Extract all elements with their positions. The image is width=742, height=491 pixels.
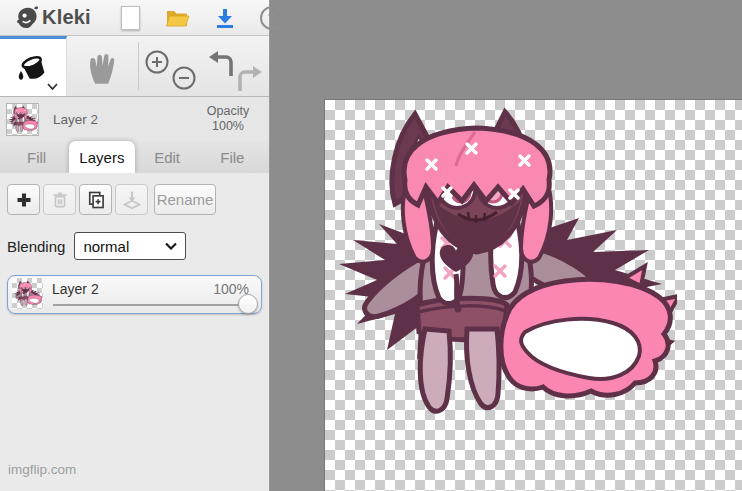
- blending-label: Blending: [7, 238, 65, 255]
- layers-panel: Rename Blending normal Layer 2: [0, 173, 269, 314]
- tab-layers[interactable]: Layers: [69, 141, 134, 173]
- tool-row: [0, 36, 269, 97]
- opacity-slider-thumb[interactable]: [238, 294, 258, 314]
- current-layer-preview[interactable]: Layer 2 Opacity 100%: [0, 97, 269, 141]
- tab-file[interactable]: File: [200, 141, 265, 173]
- character-artwork: [327, 102, 677, 422]
- redo-icon: [234, 64, 264, 94]
- top-toolbar: Kleki: [0, 0, 269, 36]
- plus-icon: [16, 192, 32, 208]
- undo-icon: [207, 49, 237, 79]
- merge-down-button[interactable]: [115, 184, 148, 215]
- zoom-out-icon: [171, 65, 197, 91]
- hand-icon: [84, 47, 120, 85]
- blending-select[interactable]: normal: [74, 232, 186, 260]
- layer-thumbnail: [6, 103, 39, 136]
- hand-tool-button[interactable]: [67, 36, 137, 96]
- layer-list-item[interactable]: Layer 2 100%: [7, 275, 262, 314]
- blending-row: Blending normal: [7, 232, 262, 260]
- panel-tabs: Fill Layers Edit File: [0, 141, 269, 173]
- select-chevron-icon: [165, 242, 177, 250]
- fill-tool-button[interactable]: [0, 36, 67, 96]
- opacity-slider-track[interactable]: [53, 304, 245, 306]
- download-icon: [214, 7, 236, 29]
- duplicate-layer-button[interactable]: [79, 184, 112, 215]
- add-layer-button[interactable]: [7, 184, 40, 215]
- opacity-value: 100%: [195, 119, 261, 134]
- layer-buttons: Rename: [7, 184, 262, 215]
- layer-item-thumbnail: [12, 278, 43, 309]
- duplicate-icon: [86, 190, 106, 210]
- tab-fill[interactable]: Fill: [4, 141, 69, 173]
- merge-down-icon: [122, 190, 142, 210]
- redo-button[interactable]: [234, 64, 264, 98]
- current-layer-name: Layer 2: [53, 112, 98, 127]
- blending-value: normal: [83, 238, 129, 255]
- tool-separator: [138, 42, 139, 90]
- opacity-readout: Opacity 100%: [195, 104, 263, 134]
- tab-edit[interactable]: Edit: [135, 141, 200, 173]
- layer-item-name: Layer 2: [52, 281, 99, 297]
- drawing-canvas[interactable]: [324, 99, 742, 491]
- folder-icon: [165, 7, 190, 29]
- layer-thumbnail-art: [8, 105, 38, 133]
- paint-bucket-icon: [14, 51, 52, 85]
- download-button[interactable]: [212, 5, 238, 31]
- new-page-icon: [121, 6, 140, 30]
- kleki-app: Kleki: [0, 0, 742, 491]
- sidebar: Kleki: [0, 0, 270, 491]
- open-file-button[interactable]: [165, 5, 191, 31]
- app-title: Kleki: [42, 6, 91, 29]
- rename-layer-button[interactable]: Rename: [154, 184, 216, 215]
- undo-button[interactable]: [207, 49, 237, 83]
- chevron-down-icon: [47, 83, 58, 90]
- help-button[interactable]: ?: [259, 5, 285, 31]
- app-logo[interactable]: Kleki: [0, 5, 91, 30]
- trash-icon: [50, 190, 70, 210]
- new-image-button[interactable]: [118, 5, 144, 31]
- help-icon: ?: [260, 6, 284, 30]
- opacity-label: Opacity: [195, 104, 261, 119]
- watermark: imgflip.com: [8, 462, 76, 477]
- remove-layer-button[interactable]: [43, 184, 76, 215]
- layer-item-art: [13, 280, 42, 307]
- zoom-in-icon: [144, 49, 170, 75]
- kleki-logo-icon: [14, 5, 39, 30]
- zoom-out-button[interactable]: [171, 65, 197, 95]
- top-icon-group: ?: [118, 5, 285, 31]
- zoom-in-button[interactable]: [144, 49, 170, 79]
